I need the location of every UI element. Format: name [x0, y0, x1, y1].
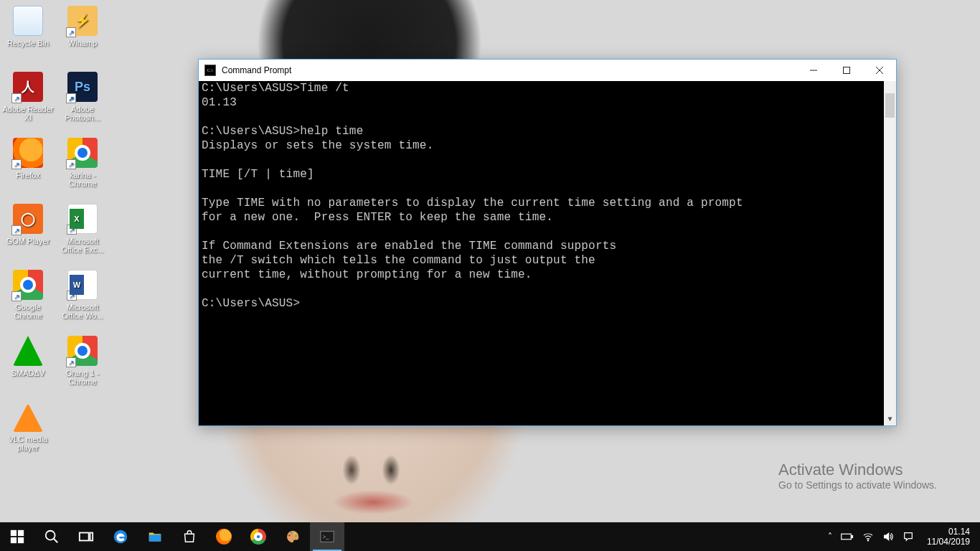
- shopping-bag-icon: [182, 529, 197, 545]
- maximize-button[interactable]: [830, 60, 863, 81]
- terminal-text: C:\Users\ASUS>Time /t 01.13 C:\Users\ASU…: [202, 82, 743, 310]
- icon-label: GOM Player: [6, 237, 50, 245]
- icon-label: VLC media player: [2, 435, 54, 452]
- vlc-glyph: [13, 402, 43, 432]
- clock-time: 01.14: [948, 527, 970, 537]
- recycle-bin-icon[interactable]: Recycle Bin: [1, 3, 55, 66]
- task-view-icon: [78, 529, 94, 545]
- close-button[interactable]: [863, 60, 896, 81]
- edge-icon: [113, 529, 128, 545]
- chrome-glyph: ↗: [13, 270, 43, 300]
- chrome-glyph: ↗: [67, 336, 98, 366]
- svg-rect-10: [80, 533, 89, 541]
- taskbar-store[interactable]: [172, 522, 207, 551]
- photoshop-icon[interactable]: Ps↗ Adobe Photosh...: [56, 69, 109, 132]
- excel-glyph: ↗: [67, 204, 98, 234]
- battery-icon[interactable]: [841, 532, 854, 542]
- icon-label: Firefox: [16, 171, 40, 179]
- icon-label: Microsoft Office Exc...: [57, 237, 108, 254]
- taskbar-chrome[interactable]: [241, 522, 275, 551]
- firefox-icon[interactable]: ↗ Firefox: [1, 135, 55, 198]
- taskbar-file-explorer[interactable]: [138, 522, 172, 551]
- firefox-icon: [216, 529, 232, 545]
- watermark-title: Activate Windows: [778, 461, 937, 479]
- word-icon[interactable]: ↗ Microsoft Office Wo...: [56, 267, 109, 330]
- terminal-icon: >_: [319, 529, 335, 545]
- smadav-icon[interactable]: SMADΔV: [1, 333, 55, 396]
- scrollbar-thumb[interactable]: [885, 93, 895, 118]
- photoshop-glyph: Ps↗: [67, 72, 98, 102]
- search-button[interactable]: [34, 522, 69, 551]
- scrollbar-track[interactable]: [884, 93, 896, 413]
- clock-date: 11/04/2019: [927, 537, 970, 547]
- svg-point-13: [291, 532, 293, 534]
- maximize-icon: [843, 67, 850, 74]
- svg-rect-5: [18, 530, 24, 536]
- command-prompt-window[interactable]: Command Prompt C:\Users\ASUS>Time /t 01.…: [198, 59, 897, 426]
- volume-icon[interactable]: [882, 531, 894, 542]
- excel-icon[interactable]: ↗ Microsoft Office Exc...: [56, 201, 109, 264]
- system-tray[interactable]: ˄ 01.14 11/04/2019: [822, 522, 980, 551]
- icon-label: karina - Chrome: [57, 171, 108, 188]
- winamp-glyph: ⚡↗: [67, 6, 98, 36]
- svg-rect-11: [90, 533, 93, 541]
- icon-label: Winamp: [68, 39, 97, 47]
- taskbar-clock[interactable]: 01.14 11/04/2019: [923, 527, 974, 547]
- taskbar-edge[interactable]: [103, 522, 138, 551]
- titlebar[interactable]: Command Prompt: [199, 60, 896, 81]
- cmd-app-icon: [204, 65, 216, 76]
- window-title: Command Prompt: [222, 65, 291, 75]
- tray-chevron-up-icon[interactable]: ˄: [828, 532, 832, 542]
- svg-point-12: [288, 534, 291, 537]
- icon-label: Adobe Reader XI: [2, 105, 54, 122]
- gom-player-glyph: ◯↗: [13, 204, 43, 234]
- close-icon: [876, 67, 883, 74]
- icon-label: Recycle Bin: [7, 39, 49, 47]
- icon-label: Google Chrome: [2, 303, 54, 320]
- task-view-button[interactable]: [69, 522, 103, 551]
- chrome-icon: [250, 529, 266, 545]
- icon-label: Adobe Photosh...: [57, 105, 108, 122]
- taskbar-firefox[interactable]: [207, 522, 241, 551]
- karina-chrome-icon[interactable]: ↗ karina - Chrome: [56, 135, 109, 198]
- smadav-glyph: [13, 336, 43, 366]
- wifi-icon[interactable]: [862, 531, 874, 542]
- scroll-down-button[interactable]: ▼: [884, 413, 896, 425]
- chrome-glyph: ↗: [67, 138, 98, 168]
- google-chrome-icon[interactable]: ↗ Google Chrome: [1, 267, 55, 330]
- svg-text:>_: >_: [323, 534, 330, 540]
- gom-player-icon[interactable]: ◯↗ GOM Player: [1, 201, 55, 264]
- search-icon: [44, 529, 60, 545]
- icon-label: SMADΔV: [11, 369, 44, 377]
- vlc-icon[interactable]: VLC media player: [1, 399, 55, 462]
- svg-point-14: [293, 532, 296, 534]
- terminal-output[interactable]: C:\Users\ASUS>Time /t 01.13 C:\Users\ASU…: [199, 81, 896, 425]
- activate-windows-watermark: Activate Windows Go to Settings to activ…: [778, 461, 937, 491]
- taskbar-paint[interactable]: [275, 522, 310, 551]
- palette-icon: [285, 529, 301, 545]
- svg-rect-7: [18, 537, 24, 543]
- minimize-icon: [810, 67, 817, 74]
- vertical-scrollbar[interactable]: ▲ ▼: [884, 81, 896, 425]
- action-center-icon[interactable]: [903, 531, 914, 542]
- minimize-button[interactable]: [797, 60, 830, 81]
- svg-point-20: [867, 540, 868, 541]
- folder-icon: [147, 529, 163, 545]
- svg-rect-1: [844, 67, 850, 74]
- word-glyph: ↗: [67, 270, 98, 300]
- svg-rect-19: [852, 536, 853, 538]
- icon-label: Microsoft Office Wo...: [57, 303, 108, 320]
- svg-line-9: [54, 539, 58, 543]
- adobe-reader-icon[interactable]: 人↗ Adobe Reader XI: [1, 69, 55, 132]
- taskbar-cmd[interactable]: >_: [310, 522, 344, 551]
- start-button[interactable]: [0, 522, 34, 551]
- adobe-reader-glyph: 人↗: [13, 72, 43, 102]
- winamp-icon[interactable]: ⚡↗ Winamp: [56, 3, 109, 66]
- svg-rect-4: [11, 530, 17, 536]
- svg-point-8: [46, 531, 55, 540]
- taskbar[interactable]: >_ ˄ 01.14 11/04/2019: [0, 522, 980, 551]
- orang1-chrome-icon[interactable]: ↗ Orang 1 - Chrome: [56, 333, 109, 396]
- firefox-glyph: ↗: [13, 138, 43, 168]
- icon-label: Orang 1 - Chrome: [57, 369, 108, 386]
- svg-point-15: [295, 535, 297, 537]
